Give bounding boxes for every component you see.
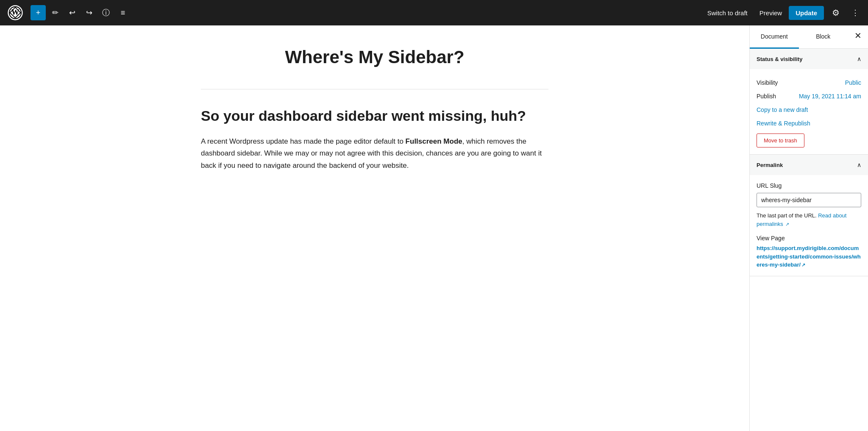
info-icon: ⓘ — [102, 8, 110, 18]
permalink-toggle[interactable]: Permalink ∧ — [750, 155, 868, 175]
permalink-note: The last part of the URL. Read about per… — [757, 211, 861, 228]
publish-value[interactable]: May 19, 2021 11:14 am — [799, 93, 861, 100]
paragraph-text-1: A recent Wordpress update has made the p… — [201, 137, 406, 145]
url-slug-label: URL Slug — [757, 182, 782, 189]
status-section-title: Status & visibility — [757, 56, 802, 62]
paragraph-bold: Fullscreen Mode — [406, 137, 462, 145]
settings-button[interactable]: ⚙ — [826, 0, 846, 25]
redo-button[interactable]: ↪ — [81, 5, 97, 20]
more-icon: ⋮ — [851, 8, 859, 17]
gear-icon: ⚙ — [832, 8, 840, 18]
main-area: Where's My Sidebar? So your dashboard si… — [0, 25, 868, 431]
top-toolbar: W + ✏ ↩ ↪ ⓘ ≡ Switch to draft Preview Up… — [0, 0, 868, 25]
view-page-label: View Page — [757, 235, 861, 242]
tab-block[interactable]: Block — [799, 25, 848, 49]
status-visibility-section: Status & visibility ∧ Visibility Public … — [750, 49, 868, 155]
svg-text:W: W — [11, 8, 19, 17]
preview-button[interactable]: Preview — [754, 7, 787, 19]
redo-icon: ↪ — [86, 8, 92, 17]
info-button[interactable]: ⓘ — [98, 5, 114, 20]
status-toggle-icon: ∧ — [857, 56, 861, 62]
rewrite-republish-link[interactable]: Rewrite & Republish — [757, 117, 861, 130]
post-title[interactable]: Where's My Sidebar? — [201, 42, 548, 72]
edit-icon-button[interactable]: ✏ — [47, 5, 63, 20]
permalink-note-text: The last part of the URL. — [757, 212, 818, 219]
editor-area: Where's My Sidebar? So your dashboard si… — [0, 25, 749, 431]
visibility-value[interactable]: Public — [845, 79, 861, 86]
edit-icon: ✏ — [52, 8, 58, 17]
add-block-button[interactable]: + — [31, 5, 46, 20]
post-divider — [201, 89, 548, 89]
list-view-icon: ≡ — [121, 8, 125, 17]
update-button[interactable]: Update — [789, 6, 824, 20]
block-paragraph: A recent Wordpress update has made the p… — [201, 136, 548, 172]
close-icon: ✕ — [854, 31, 862, 41]
sidebar-tabs: Document Block ✕ — [750, 25, 868, 49]
undo-button[interactable]: ↩ — [64, 5, 80, 20]
editor-content: Where's My Sidebar? So your dashboard si… — [201, 42, 548, 172]
permalink-section-body: URL Slug The last part of the URL. Read … — [750, 175, 868, 276]
visibility-row: Visibility Public — [757, 76, 861, 89]
external-link-icon: ↗ — [785, 222, 789, 227]
close-sidebar-button[interactable]: ✕ — [848, 25, 868, 46]
publish-label: Publish — [757, 93, 776, 100]
undo-icon: ↩ — [69, 8, 75, 17]
permalink-toggle-icon: ∧ — [857, 161, 861, 168]
sidebar-panel: Document Block ✕ Status & visibility ∧ V… — [749, 25, 868, 431]
url-slug-input[interactable] — [757, 193, 861, 207]
permalink-section-title: Permalink — [757, 162, 783, 168]
copy-to-draft-link[interactable]: Copy to a new draft — [757, 103, 861, 117]
switch-to-draft-button[interactable]: Switch to draft — [702, 7, 753, 19]
more-options-button[interactable]: ⋮ — [848, 5, 863, 20]
permalink-section: Permalink ∧ URL Slug The last part of th… — [750, 155, 868, 276]
wp-logo: W — [5, 0, 25, 25]
status-visibility-toggle[interactable]: Status & visibility ∧ — [750, 49, 868, 69]
url-slug-row: URL Slug — [757, 182, 861, 207]
tab-document[interactable]: Document — [750, 25, 799, 49]
block-content: So your dashboard sidebar went missing, … — [201, 106, 548, 172]
view-page-url[interactable]: https://support.mydirigible.com/document… — [757, 245, 861, 268]
external-link-icon-2: ↗ — [801, 262, 805, 267]
status-section-body: Visibility Public Publish May 19, 2021 1… — [750, 69, 868, 154]
move-to-trash-button[interactable]: Move to trash — [757, 133, 804, 147]
visibility-label: Visibility — [757, 79, 778, 86]
publish-row: Publish May 19, 2021 11:14 am — [757, 89, 861, 103]
list-view-button[interactable]: ≡ — [115, 5, 131, 20]
block-heading[interactable]: So your dashboard sidebar went missing, … — [201, 106, 548, 125]
view-page-url-base: https://support.mydirigible.com/document… — [757, 245, 859, 260]
